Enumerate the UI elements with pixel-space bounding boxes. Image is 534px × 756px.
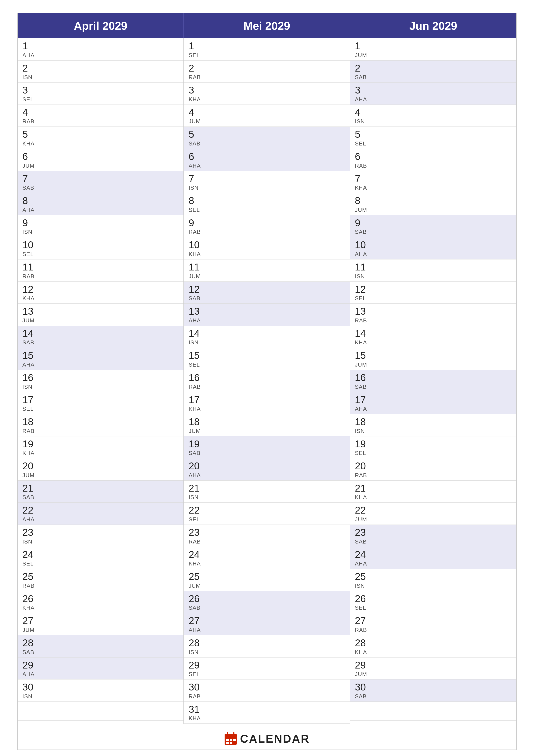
day-number: 4 — [355, 107, 512, 118]
day-name: KHA — [22, 450, 179, 456]
day-name: RAB — [22, 273, 179, 280]
day-row: 7SAB — [18, 171, 184, 193]
day-name: SAB — [22, 184, 179, 191]
day-row: 6AHA — [184, 149, 350, 171]
day-number: 10 — [355, 239, 512, 251]
day-name: AHA — [22, 362, 179, 368]
day-row: 9SAB — [350, 215, 516, 237]
day-row: 5KHA — [18, 127, 184, 149]
day-row: 20RAB — [350, 458, 516, 481]
day-name: RAB — [189, 693, 345, 700]
day-number: 26 — [355, 593, 512, 604]
day-name: RAB — [355, 317, 512, 324]
day-row: 13RAB — [350, 304, 516, 326]
svg-rect-2 — [225, 737, 237, 738]
day-number: 13 — [189, 306, 345, 317]
month-col-april: 1AHA2ISN3SEL4RAB5KHA6JUM7SAB8AHA9ISN10SE… — [18, 39, 184, 724]
month-col-mei: 1SEL2RAB3KHA4JUM5SAB6AHA7ISN8SEL9RAB10KH… — [184, 39, 350, 724]
day-number: 30 — [22, 682, 179, 693]
day-row: 3KHA — [184, 83, 350, 105]
day-row: 25JUM — [184, 569, 350, 591]
day-row: 8AHA — [18, 193, 184, 215]
day-row: 5SEL — [350, 127, 516, 149]
day-number: 27 — [355, 615, 512, 626]
day-name: RAB — [189, 538, 345, 545]
day-row: 6RAB — [350, 149, 516, 171]
day-number: 31 — [189, 704, 345, 715]
day-name: ISN — [189, 649, 345, 656]
day-name: KHA — [355, 184, 512, 191]
day-name: SAB — [189, 295, 345, 302]
day-name: SAB — [355, 384, 512, 390]
day-row: 16SAB — [350, 370, 516, 392]
day-row: 4RAB — [18, 105, 184, 127]
day-name: SEL — [189, 52, 345, 59]
day-number: 18 — [189, 417, 345, 427]
day-name: ISN — [22, 693, 179, 700]
day-name: RAB — [22, 118, 179, 125]
day-name: SEL — [189, 207, 345, 213]
footer-logo: CALENDAR — [224, 732, 310, 745]
day-number: 15 — [22, 350, 179, 361]
day-number: 8 — [189, 195, 345, 206]
footer: CALENDAR — [18, 724, 516, 749]
day-number: 18 — [355, 417, 512, 427]
day-row: 5SAB — [184, 127, 350, 149]
day-number: 23 — [22, 527, 179, 538]
day-number: 1 — [355, 40, 512, 51]
day-number: 25 — [22, 571, 179, 582]
day-row: 8JUM — [350, 193, 516, 215]
day-name: SEL — [355, 295, 512, 302]
day-row: 7KHA — [350, 171, 516, 193]
day-name: SEL — [189, 516, 345, 523]
day-row: 11RAB — [18, 259, 184, 282]
day-row: 29JUM — [350, 658, 516, 680]
day-number: 10 — [189, 239, 345, 251]
day-name: KHA — [189, 715, 345, 722]
day-row: 26KHA — [18, 591, 184, 613]
day-name: SEL — [22, 251, 179, 257]
day-number: 12 — [189, 284, 345, 295]
day-row: 7ISN — [184, 171, 350, 193]
day-number: 3 — [22, 85, 179, 96]
day-number: 17 — [189, 394, 345, 405]
day-row: 20AHA — [184, 458, 350, 481]
day-number: 12 — [355, 284, 512, 295]
day-row: 28ISN — [184, 635, 350, 658]
day-row: 21SAB — [18, 481, 184, 503]
day-number: 16 — [355, 372, 512, 383]
day-number: 14 — [355, 328, 512, 339]
day-number: 30 — [355, 682, 512, 693]
day-name: SAB — [355, 693, 512, 700]
day-name: JUM — [189, 428, 345, 434]
day-row: 8SEL — [184, 193, 350, 215]
day-row: 4ISN — [350, 105, 516, 127]
day-number: 10 — [22, 239, 179, 251]
day-number: 28 — [355, 637, 512, 648]
day-name: KHA — [22, 140, 179, 147]
calendar-container: April 2029 Mei 2029 Jun 2029 1AHA2ISN3SE… — [17, 13, 517, 750]
day-number: 2 — [22, 63, 179, 74]
day-name: AHA — [355, 560, 512, 567]
day-number: 5 — [355, 129, 512, 140]
day-row: 2RAB — [184, 61, 350, 83]
month-header-mei: Mei 2029 — [184, 14, 350, 39]
day-name: AHA — [22, 52, 179, 59]
day-number: 24 — [189, 549, 345, 560]
day-number: 25 — [189, 571, 345, 582]
day-name: SAB — [22, 494, 179, 500]
day-name: RAB — [189, 229, 345, 235]
day-row: 19KHA — [18, 436, 184, 459]
day-number: 19 — [189, 439, 345, 449]
day-name: RAB — [22, 582, 179, 589]
day-number: 11 — [22, 262, 179, 273]
day-name: RAB — [189, 384, 345, 390]
day-name: SAB — [189, 140, 345, 147]
day-name: JUM — [355, 671, 512, 678]
day-name: SAB — [355, 74, 512, 81]
day-name: SAB — [22, 649, 179, 656]
empty-row — [350, 702, 516, 721]
day-number: 20 — [22, 461, 179, 472]
day-number: 5 — [22, 129, 179, 140]
day-name: SEL — [22, 96, 179, 103]
